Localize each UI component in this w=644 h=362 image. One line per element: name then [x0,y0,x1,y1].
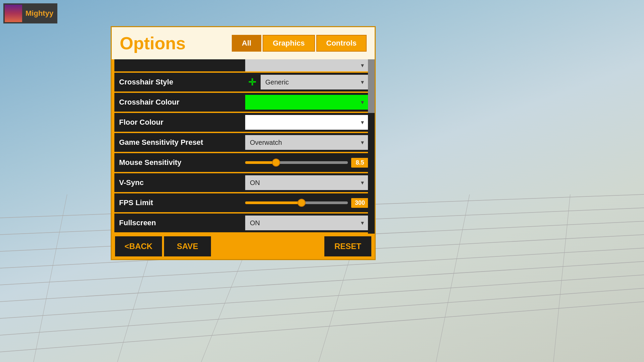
floor-colour-arrow: ▾ [361,119,364,126]
tab-buttons: All Graphics Controls [232,35,367,52]
mouse-sensitivity-thumb[interactable] [272,159,280,167]
mouse-sensitivity-control: 8.5 [245,158,369,168]
game-sensitivity-preset-label: Game Sensitivity Preset [118,138,245,147]
fps-limit-track[interactable] [245,201,348,204]
fullscreen-control: ON ▾ [245,216,369,230]
dialog-content: ▾ Crosshair Style ✛ Generic ▾ Crosshair … [112,59,375,259]
mouse-sensitivity-slider-container: 8.5 [245,158,369,168]
game-sensitivity-preset-arrow: ▾ [361,139,364,146]
scrollbar[interactable] [368,59,375,234]
dialog-header: Options All Graphics Controls [112,27,375,59]
save-button[interactable]: SAVE [164,236,211,256]
vsync-dropdown[interactable]: ON ▾ [245,175,369,190]
game-sensitivity-preset-dropdown[interactable]: Overwatch ▾ [245,135,369,150]
mouse-sensitivity-fill [245,161,276,164]
game-sensitivity-preset-control: Overwatch ▾ [245,135,369,150]
crosshair-style-control: ✛ Generic ▾ [245,75,369,89]
vsync-value: ON [250,179,260,187]
partial-dropdown[interactable]: ▾ [245,59,369,71]
settings-list: ▾ Crosshair Style ✛ Generic ▾ Crosshair … [112,59,375,234]
crosshair-colour-label: Crosshair Colour [118,98,245,107]
options-dialog: Options All Graphics Controls ▾ Crossh [111,26,376,260]
dialog-footer: <BACK SAVE RESET [112,234,375,259]
crosshair-colour-row: Crosshair Colour ▾ [114,93,372,112]
avatar [5,5,22,22]
fps-limit-label: FPS Limit [118,198,245,207]
crosshair-style-label: Crosshair Style [118,78,245,86]
mouse-sensitivity-row: Mouse Sensitivity 8.5 [114,153,372,172]
svg-line-9 [34,194,67,362]
floor-colour-label: Floor Colour [118,118,245,127]
mouse-sensitivity-track[interactable] [245,161,348,164]
fps-limit-fill [245,201,302,204]
crosshair-style-value: Generic [265,78,289,86]
avatar-image [5,5,22,22]
crosshair-plus-icon: ✛ [245,77,259,88]
reset-button[interactable]: RESET [324,236,371,256]
vsync-control: ON ▾ [245,175,369,190]
crosshair-style-dropdown[interactable]: Generic ▾ [261,75,369,89]
fps-limit-row: FPS Limit 300 [114,193,372,212]
svg-line-8 [0,302,644,352]
fullscreen-dropdown[interactable]: ON ▾ [245,216,369,230]
svg-line-14 [553,194,570,362]
tab-all[interactable]: All [232,35,261,52]
vsync-row: V-Sync ON ▾ [114,173,372,192]
scrollbar-thumb[interactable] [368,59,375,113]
game-sensitivity-preset-value: Overwatch [250,139,282,146]
crosshair-colour-dropdown[interactable]: ▾ [245,95,369,110]
vsync-arrow: ▾ [361,179,364,186]
tab-controls[interactable]: Controls [316,35,367,52]
fullscreen-label: Fullscreen [118,219,245,227]
tab-graphics[interactable]: Graphics [263,35,315,52]
user-profile: Mightyy [3,3,57,23]
mouse-sensitivity-label: Mouse Sensitivity [118,158,245,167]
mouse-sensitivity-value: 8.5 [351,158,369,168]
back-button[interactable]: <BACK [115,236,162,256]
fullscreen-value: ON [250,219,260,227]
fps-limit-thumb[interactable] [298,199,306,207]
dialog-title: Options [120,33,185,53]
partial-control: ▾ [245,59,369,71]
crosshair-colour-arrow: ▾ [361,99,364,106]
svg-line-13 [436,194,470,362]
crosshair-style-arrow: ▾ [361,78,364,86]
floor-colour-dropdown[interactable]: ▾ [245,115,369,130]
crosshair-colour-control: ▾ [245,95,369,110]
fps-limit-control: 300 [245,198,369,208]
crosshair-style-row: Crosshair Style ✛ Generic ▾ [114,73,372,92]
fps-limit-value: 300 [351,198,369,208]
vsync-label: V-Sync [118,178,245,187]
game-sensitivity-preset-row: Game Sensitivity Preset Overwatch ▾ [114,133,372,152]
partial-row: ▾ [114,59,372,71]
fullscreen-row: Fullscreen ON ▾ [114,214,372,232]
fullscreen-arrow: ▾ [361,219,364,227]
username-label: Mightyy [25,9,53,18]
fps-limit-slider-container: 300 [245,198,369,208]
floor-colour-row: Floor Colour ▾ [114,113,372,132]
floor-colour-control: ▾ [245,115,369,130]
